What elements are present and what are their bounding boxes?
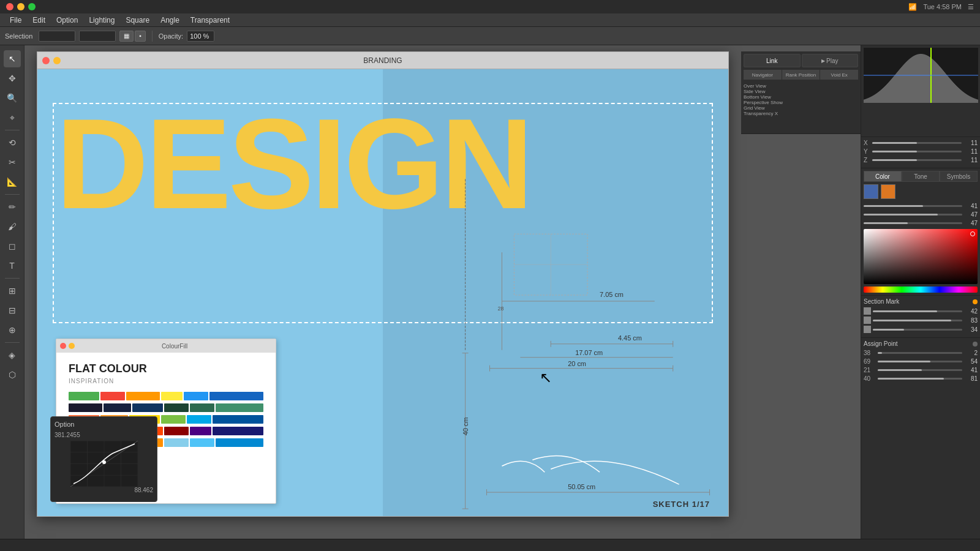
tool-extra1[interactable]: ◈: [4, 347, 21, 364]
menu-option[interactable]: Option: [51, 15, 83, 26]
colour-bar: [209, 392, 263, 400]
sm-swatch-1: [864, 307, 871, 315]
tool-layers[interactable]: ⊞: [4, 282, 21, 299]
tab-navigator[interactable]: Navigator: [744, 70, 782, 80]
maximize-button[interactable]: [28, 3, 36, 10]
menu-transparent[interactable]: Transparent: [186, 15, 235, 26]
color-swatch-primary[interactable]: [864, 184, 878, 199]
tool-move[interactable]: ✥: [4, 70, 21, 87]
tool-sep-3: [5, 278, 20, 279]
canvas-area: Option 381.2455 88.462 BRANDING DESIG: [24, 45, 861, 551]
colour-bar: [132, 403, 163, 412]
tool-pen[interactable]: ✏: [4, 198, 21, 216]
opacity-label: Opacity:: [159, 32, 183, 40]
menu-lighting[interactable]: Lighting: [84, 15, 119, 26]
sm-track-3[interactable]: [873, 329, 962, 331]
ap-track-3[interactable]: [878, 369, 962, 371]
xyz-z-value: 11: [964, 157, 978, 163]
tool-extra2[interactable]: ⬡: [4, 366, 21, 383]
mode-btn-1[interactable]: ▦: [119, 31, 134, 42]
tool-grid[interactable]: ⊟: [4, 302, 21, 319]
assign-point-title-row: Assign Point: [864, 340, 978, 347]
mode-buttons: ▦ ▪: [119, 31, 146, 42]
sm-swatch-2: [864, 317, 871, 324]
play-tab[interactable]: ▶ Play: [802, 54, 859, 67]
cs-track-2[interactable]: [864, 214, 962, 216]
histogram: [864, 48, 978, 103]
sm-track-1[interactable]: [873, 310, 962, 312]
ap-track-4[interactable]: [878, 378, 962, 380]
title-right-icons: 📶 Tue 4:58 PM ☰: [908, 3, 974, 11]
xyz-y-slider[interactable]: [872, 151, 962, 152]
cs-val-3: 47: [964, 220, 978, 227]
flat-panel-titlebar: ColourFill: [56, 339, 276, 353]
ap-row-3: 21 41: [864, 367, 978, 373]
ap-label-3: 21: [864, 367, 876, 373]
menu-edit[interactable]: Edit: [28, 15, 50, 26]
tab-void-ex[interactable]: Void Ex: [820, 70, 858, 80]
colour-bar: [187, 415, 211, 424]
colour-bar: [164, 427, 189, 435]
tool-sep-4: [5, 342, 20, 343]
color-swatch-secondary[interactable]: [881, 184, 895, 199]
tab-rank-position[interactable]: Rank Position: [782, 70, 820, 80]
color-tab-color[interactable]: Color: [864, 171, 902, 182]
color-tab-symbols[interactable]: Symbols: [940, 171, 978, 182]
sm-val-2: 83: [964, 317, 978, 324]
tool-shape[interactable]: ◻: [4, 238, 21, 255]
link-tab[interactable]: Link: [744, 54, 801, 67]
xyz-y-label: Y: [864, 148, 870, 155]
close-button[interactable]: [6, 3, 13, 10]
tool-arrow[interactable]: ↖: [4, 50, 21, 67]
xyz-x-slider[interactable]: [872, 142, 962, 144]
colour-bar: [100, 392, 125, 400]
sm-row-2: 83: [864, 317, 978, 324]
tool-lasso[interactable]: ⌖: [4, 109, 21, 126]
colour-bar: [164, 438, 189, 447]
minimize-button[interactable]: [17, 3, 24, 10]
colour-bar: [161, 392, 183, 400]
opacity-input[interactable]: [187, 31, 214, 42]
color-tabs: Color Tone Symbols: [864, 171, 978, 182]
toolbar-input-1[interactable]: [39, 31, 75, 42]
xyz-z-slider[interactable]: [872, 159, 962, 161]
nav-tabs: Navigator Rank Position Void Ex: [744, 70, 858, 80]
toolbar-input-2[interactable]: [79, 31, 116, 42]
menu-file[interactable]: File: [5, 15, 26, 26]
tool-eye[interactable]: ⊕: [4, 321, 21, 339]
doc-close-btn[interactable]: [42, 57, 50, 64]
tool-measure[interactable]: 📐: [4, 173, 21, 190]
xyz-x-value: 11: [964, 140, 978, 146]
cs-track-3[interactable]: [864, 222, 962, 224]
sm-track-2[interactable]: [873, 320, 962, 321]
tool-sep-1: [5, 130, 20, 130]
flat-panel-close[interactable]: [60, 343, 66, 349]
tool-crop[interactable]: ✂: [4, 154, 21, 171]
color-gradient-picker[interactable]: [864, 229, 978, 284]
mode-btn-2[interactable]: ▪: [135, 31, 146, 42]
app-menubar: File Edit Option Lighting Square Angle T…: [0, 13, 980, 27]
flat-panel-min[interactable]: [69, 343, 75, 349]
color-tab-tone[interactable]: Tone: [902, 171, 940, 182]
menu-angle[interactable]: Angle: [156, 15, 184, 26]
option-panel: Option 381.2455 88.462: [50, 416, 157, 502]
color-picker-handle[interactable]: [970, 231, 975, 236]
assign-point-title: Assign Point: [864, 340, 898, 347]
tool-text[interactable]: T: [4, 257, 21, 274]
sm-row-3: 34: [864, 326, 978, 333]
doc-min-btn[interactable]: [53, 57, 61, 64]
ap-label-4: 40: [864, 375, 876, 382]
tool-transform[interactable]: ⟲: [4, 134, 21, 151]
ap-val-4: 81: [964, 375, 978, 382]
xyz-z-label: Z: [864, 157, 870, 163]
ap-track-1[interactable]: [878, 352, 962, 354]
tool-brush[interactable]: 🖌: [4, 218, 21, 235]
color-hue-slider[interactable]: [864, 287, 978, 293]
menu-square[interactable]: Square: [121, 15, 154, 26]
colour-bar-row-1: [69, 392, 263, 400]
sm-val-3: 34: [964, 326, 978, 333]
ap-track-2[interactable]: [878, 361, 962, 362]
cs-track-1[interactable]: [864, 205, 962, 207]
tool-zoom[interactable]: 🔍: [4, 89, 21, 107]
xyz-z-row: Z 11: [864, 157, 978, 163]
